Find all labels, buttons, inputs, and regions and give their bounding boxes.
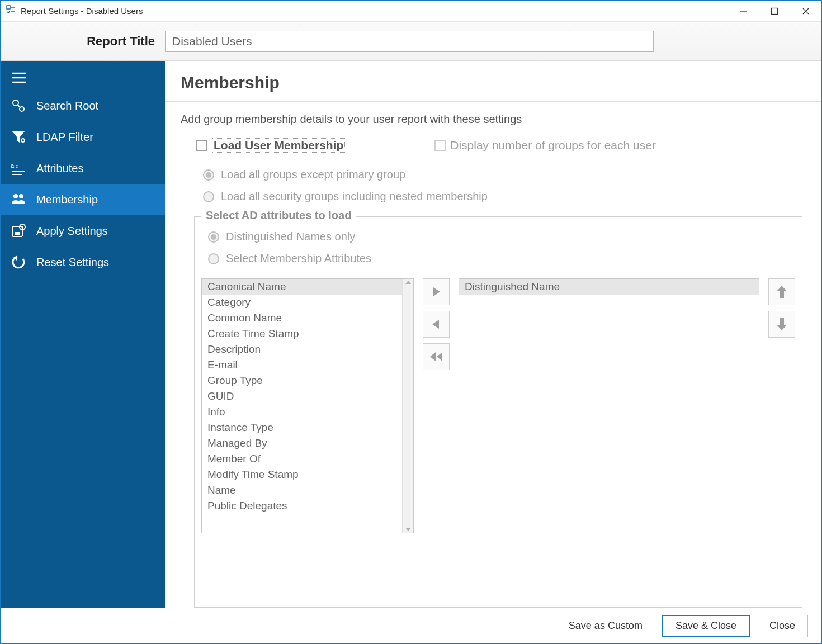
checkbox-label: Display number of groups for each user xyxy=(450,139,656,152)
svg-point-11 xyxy=(20,107,24,111)
list-item[interactable]: GUID xyxy=(202,389,402,404)
svg-point-10 xyxy=(13,100,18,106)
content-body: Add group membership details to your use… xyxy=(165,102,821,608)
maximize-button[interactable] xyxy=(759,1,790,21)
report-title-label: Report Title xyxy=(1,34,165,49)
page-title: Membership xyxy=(181,73,806,92)
list-item[interactable]: Member Of xyxy=(202,451,402,467)
move-buttons xyxy=(423,278,450,600)
list-item[interactable]: Create Time Stamp xyxy=(202,326,402,342)
radio-icon xyxy=(203,169,214,181)
selected-attributes-list[interactable]: Distinguished Name xyxy=(459,278,759,533)
radio-label: Select Membership Attributes xyxy=(226,252,371,265)
move-right-button[interactable] xyxy=(423,278,450,305)
sidebar-item-search-root[interactable]: Search Root xyxy=(1,90,165,121)
list-item[interactable]: Category xyxy=(202,295,402,310)
minimize-button[interactable] xyxy=(727,1,759,21)
list-item[interactable]: Modify Time Stamp xyxy=(202,467,402,482)
close-dialog-button[interactable]: Close xyxy=(757,615,808,637)
list-item[interactable]: Managed By xyxy=(202,435,402,451)
save-as-custom-button[interactable]: Save as Custom xyxy=(556,615,655,637)
move-up-button[interactable] xyxy=(768,278,795,305)
dialog-window: Report Settings - Disabled Users Report … xyxy=(0,0,822,644)
radio-label: Load all security groups including neste… xyxy=(221,190,488,203)
main-area: Search Root LDAP Filter a z xyxy=(1,61,821,608)
checkbox-icon xyxy=(196,140,207,151)
radio-load-security-groups[interactable]: Load all security groups including neste… xyxy=(181,190,806,203)
sidebar-toggle[interactable] xyxy=(1,65,165,90)
sidebar-item-label: LDAP Filter xyxy=(36,131,93,144)
apply-settings-icon xyxy=(11,223,26,239)
attribute-lists-row: Canonical NameCategoryCommon NameCreate … xyxy=(201,278,795,600)
list-item[interactable]: Instance Type xyxy=(202,420,402,435)
fieldset-legend: Select AD attributes to load xyxy=(201,209,356,222)
sidebar-item-ldap-filter[interactable]: LDAP Filter xyxy=(1,121,165,153)
page-description: Add group membership details to your use… xyxy=(181,113,806,126)
report-title-input[interactable] xyxy=(165,31,654,52)
radio-icon xyxy=(208,231,219,243)
scrollbar[interactable] xyxy=(402,279,413,533)
move-down-button[interactable] xyxy=(768,311,795,338)
close-button[interactable] xyxy=(790,1,821,21)
list-item[interactable]: Info xyxy=(202,404,402,420)
list-item[interactable]: Distinguished Name xyxy=(459,279,759,295)
radio-load-all-groups[interactable]: Load all groups except primary group xyxy=(181,168,806,181)
window-controls xyxy=(727,1,821,21)
radio-icon xyxy=(203,191,214,202)
titlebar: Report Settings - Disabled Users xyxy=(1,1,821,22)
svg-point-13 xyxy=(21,139,25,142)
svg-point-18 xyxy=(13,194,18,198)
select-ad-attributes-fieldset: Select AD attributes to load Distinguish… xyxy=(194,216,802,608)
svg-text:a: a xyxy=(11,162,15,169)
radio-label: Load all groups except primary group xyxy=(221,168,405,181)
radio-select-membership-attrs[interactable]: Select Membership Attributes xyxy=(201,252,795,265)
svg-point-19 xyxy=(19,194,23,198)
radio-label: Distinguished Names only xyxy=(226,230,355,243)
svg-rect-4 xyxy=(772,8,778,14)
sidebar-item-label: Membership xyxy=(36,193,98,206)
content-pane: Membership Add group membership details … xyxy=(165,61,821,608)
list-item[interactable]: Description xyxy=(202,342,402,357)
list-item[interactable]: Group Type xyxy=(202,373,402,389)
list-item[interactable]: Public Delegates xyxy=(202,498,402,514)
attributes-icon: a z xyxy=(11,160,26,176)
order-buttons xyxy=(768,278,795,600)
sidebar-item-label: Search Root xyxy=(36,100,98,112)
reset-icon xyxy=(11,254,26,270)
checkbox-icon xyxy=(434,140,446,151)
svg-point-23 xyxy=(22,226,23,228)
move-left-button[interactable] xyxy=(423,311,450,338)
svg-line-12 xyxy=(18,105,20,107)
list-item[interactable]: E-mail xyxy=(202,357,402,373)
dialog-footer: Save as Custom Save & Close Close xyxy=(1,608,821,643)
radio-dn-only[interactable]: Distinguished Names only xyxy=(201,230,795,243)
sidebar-item-reset-settings[interactable]: Reset Settings xyxy=(1,247,165,278)
sidebar-item-label: Attributes xyxy=(36,162,83,175)
svg-rect-21 xyxy=(15,232,20,235)
app-icon xyxy=(6,5,16,17)
display-num-groups-checkbox[interactable]: Display number of groups for each user xyxy=(434,139,656,152)
list-item[interactable]: Name xyxy=(202,482,402,498)
load-user-membership-checkbox[interactable]: Load User Membership xyxy=(196,138,345,153)
search-root-icon xyxy=(11,98,26,113)
move-all-left-button[interactable] xyxy=(423,343,450,370)
save-and-close-button[interactable]: Save & Close xyxy=(662,615,750,637)
sidebar-item-attributes[interactable]: a z Attributes xyxy=(1,153,165,184)
available-attributes-list[interactable]: Canonical NameCategoryCommon NameCreate … xyxy=(201,278,414,533)
window-title: Report Settings - Disabled Users xyxy=(21,6,143,16)
scroll-up-icon xyxy=(405,281,411,284)
content-header: Membership xyxy=(165,61,821,102)
sidebar-item-label: Reset Settings xyxy=(36,256,109,269)
sidebar-item-apply-settings[interactable]: Apply Settings xyxy=(1,215,165,247)
sidebar-item-membership[interactable]: Membership xyxy=(1,184,165,215)
filter-icon xyxy=(11,129,26,145)
report-title-row: Report Title xyxy=(1,22,821,61)
radio-icon xyxy=(208,253,219,264)
checkbox-label: Load User Membership xyxy=(212,138,345,153)
list-item[interactable]: Canonical Name xyxy=(202,279,402,295)
scroll-down-icon xyxy=(405,528,411,531)
membership-icon xyxy=(11,192,26,207)
top-checkbox-row: Load User Membership Display number of g… xyxy=(181,138,806,153)
sidebar-item-label: Apply Settings xyxy=(36,225,108,238)
list-item[interactable]: Common Name xyxy=(202,310,402,326)
